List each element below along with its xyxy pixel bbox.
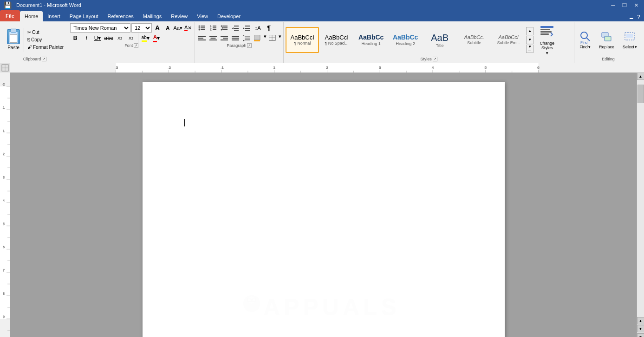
style-subtle-em[interactable]: AaBbCcI Subtle Em... xyxy=(492,27,525,53)
font-color-button[interactable]: A ▾ xyxy=(151,33,162,43)
styles-scroll-up[interactable]: ▲ xyxy=(526,27,533,35)
underline-button[interactable]: U▾ xyxy=(92,33,103,43)
svg-rect-8 xyxy=(201,27,205,28)
tab-page-layout[interactable]: Page Layout xyxy=(65,11,103,21)
scroll-thumb[interactable] xyxy=(637,85,644,103)
style-title[interactable]: AaB Title xyxy=(423,27,456,53)
italic-button[interactable]: I xyxy=(81,33,91,43)
tab-view[interactable]: View xyxy=(192,11,213,21)
vertical-ruler[interactable]: -2 -1 1 2 3 4 5 6 7 8 9 xyxy=(0,73,10,337)
svg-point-131 xyxy=(248,296,255,304)
tab-insert[interactable]: Insert xyxy=(43,11,65,21)
svg-rect-35 xyxy=(211,38,216,39)
multilevel-list-button[interactable] xyxy=(219,23,229,33)
subscript-button[interactable]: X2 xyxy=(115,33,125,43)
align-center-button[interactable] xyxy=(208,33,218,43)
svg-rect-36 xyxy=(209,40,217,40)
ribbon-help-icon[interactable]: ? xyxy=(637,14,640,20)
bullets-button[interactable] xyxy=(197,23,207,33)
horizontal-ruler[interactable]: -3 -2 -1 1 2 3 4 5 6 xyxy=(10,63,644,73)
clear-formatting-button[interactable]: A✕ xyxy=(183,23,193,33)
styles-expand[interactable]: ↗ xyxy=(433,57,437,61)
document-page[interactable]: APPUALS xyxy=(143,82,505,337)
svg-rect-29 xyxy=(245,28,250,29)
decrease-indent-button[interactable] xyxy=(230,23,241,33)
svg-rect-34 xyxy=(209,36,217,37)
svg-text:6: 6 xyxy=(3,245,5,249)
styles-scroll-down[interactable]: ▼ xyxy=(526,36,533,44)
cut-button[interactable]: ✂ Cut xyxy=(25,29,66,36)
tab-file[interactable]: File xyxy=(0,10,20,21)
svg-text:-3: -3 xyxy=(115,66,118,69)
ribbon-minimize-icon[interactable]: 🗕 xyxy=(629,14,634,20)
svg-text:-2: -2 xyxy=(2,83,5,86)
paragraph-expand[interactable]: ↗ xyxy=(247,43,252,48)
scroll-track[interactable] xyxy=(637,80,644,316)
style-heading1[interactable]: AaBbCc Heading 1 xyxy=(354,27,388,53)
tab-references[interactable]: References xyxy=(103,11,138,21)
numbering-button[interactable]: 1.2.3. xyxy=(208,23,218,33)
title-bar-controls: ─ ❐ ✕ xyxy=(609,2,640,8)
font-grow-button[interactable]: A xyxy=(153,23,162,33)
line-spacing-button[interactable] xyxy=(241,33,252,43)
svg-point-17 xyxy=(221,26,222,27)
find-button[interactable]: Find Find ▾ xyxy=(576,27,594,53)
document-area[interactable]: APPUALS xyxy=(10,73,637,337)
text-highlight-button[interactable]: ab ▾ xyxy=(140,33,150,43)
scroll-up-button[interactable]: ▲ xyxy=(637,73,644,80)
font-name-select[interactable]: Times New Roman xyxy=(70,23,130,33)
ruler-corner[interactable] xyxy=(0,63,10,73)
shading-button[interactable] xyxy=(253,33,263,43)
show-hide-button[interactable]: ¶ xyxy=(264,23,274,33)
font-shrink-button[interactable]: A xyxy=(163,23,172,33)
scroll-prev-page[interactable]: ▲ xyxy=(637,317,644,324)
font-label: Font xyxy=(124,43,133,48)
font-size-select[interactable]: 12 xyxy=(131,23,152,33)
sort-button[interactable]: ↕A xyxy=(253,23,263,33)
style-no-spacing[interactable]: AaBbCcI ¶ No Spaci... xyxy=(320,27,353,53)
ribbon-tabs: File Home Insert Page Layout References … xyxy=(0,10,644,21)
copy-button[interactable]: ⎘ Copy xyxy=(25,36,66,43)
font-expand[interactable]: ↗ xyxy=(134,43,138,48)
justify-button[interactable] xyxy=(230,33,241,43)
svg-marker-28 xyxy=(243,27,245,29)
superscript-button[interactable]: X2 xyxy=(126,33,136,43)
styles-group: AaBbCcI ¶ Normal AaBbCcI ¶ No Spaci... A… xyxy=(284,22,574,63)
svg-rect-31 xyxy=(198,36,206,37)
format-painter-button[interactable]: 🖌 Format Painter xyxy=(25,44,66,51)
svg-rect-63 xyxy=(626,34,633,38)
tab-home[interactable]: Home xyxy=(20,11,43,21)
paste-button[interactable]: Paste xyxy=(4,27,24,53)
style-subtitle[interactable]: AaBbCc. Subtitle xyxy=(457,27,491,53)
svg-text:3.: 3. xyxy=(210,28,212,31)
tab-developer[interactable]: Developer xyxy=(213,11,245,21)
restore-btn[interactable]: ❐ xyxy=(620,2,629,8)
find-arrow: ▾ xyxy=(588,45,591,49)
select-button[interactable]: Select ▾ xyxy=(619,27,640,53)
change-case-button[interactable]: Aa▾ xyxy=(173,23,182,33)
paste-icon xyxy=(7,29,20,44)
strikethrough-button[interactable]: abc xyxy=(104,33,114,43)
svg-text:APPUALS: APPUALS xyxy=(263,294,400,320)
change-styles-button[interactable]: Change Styles ▼ xyxy=(534,27,559,53)
bold-button[interactable]: B xyxy=(70,33,80,43)
align-right-button[interactable] xyxy=(219,33,229,43)
scroll-down-button[interactable]: ▼ xyxy=(637,333,644,337)
scrollbar-right: ▲ ▲ ▼ ▼ xyxy=(637,73,644,337)
style-no-spacing-label: ¶ No Spaci... xyxy=(325,41,348,46)
minimize-btn[interactable]: ─ xyxy=(609,2,617,8)
increase-indent-button[interactable] xyxy=(241,23,252,33)
tab-review[interactable]: Review xyxy=(166,11,192,21)
close-btn[interactable]: ✕ xyxy=(632,2,640,8)
align-left-button[interactable] xyxy=(197,33,207,43)
style-heading2-text: AaBbCc xyxy=(393,33,418,41)
replace-label: Replace xyxy=(599,45,614,49)
borders-button[interactable] xyxy=(267,33,278,43)
styles-scroll-more[interactable]: ▼─ xyxy=(526,45,533,53)
style-heading2[interactable]: AaBbCc Heading 2 xyxy=(389,27,422,53)
tab-mailings[interactable]: Mailings xyxy=(138,11,166,21)
clipboard-expand[interactable]: ↗ xyxy=(42,57,46,61)
replace-button[interactable]: Replace xyxy=(596,27,618,53)
style-normal[interactable]: AaBbCcI ¶ Normal xyxy=(286,27,319,53)
scroll-next-page[interactable]: ▼ xyxy=(637,325,644,332)
